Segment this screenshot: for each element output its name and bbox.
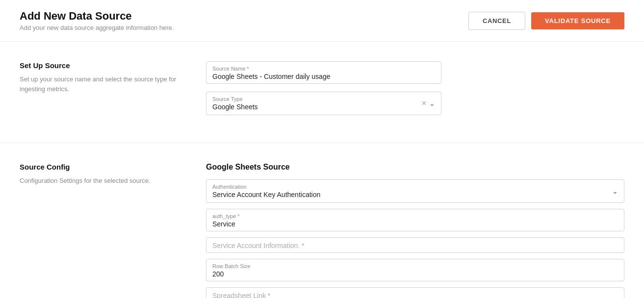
cancel-button[interactable]: CANCEL (468, 12, 525, 30)
authentication-label: Authentication (212, 184, 612, 190)
row-batch-size-input[interactable] (212, 270, 618, 278)
authentication-value: Service Account Key Authentication (212, 191, 612, 199)
source-type-group: Source Type Google Sheets × ⌄ (206, 92, 441, 115)
source-config-description: Configuration Settings for the selected … (20, 176, 186, 186)
spreadsheet-link-field-wrapper (206, 287, 624, 298)
source-type-label: Source Type (212, 96, 422, 102)
authentication-field-wrapper[interactable]: Authentication Service Account Key Authe… (206, 179, 624, 203)
page-header: Add New Data Source Add your new data so… (0, 0, 644, 42)
source-type-field-wrapper[interactable]: Source Type Google Sheets × ⌄ (206, 92, 441, 115)
clear-icon[interactable]: × (422, 99, 426, 107)
page-subtitle: Add your new data source aggregate infor… (20, 24, 174, 31)
setup-source-right: Source Name * Source Type Google Sheets … (206, 61, 441, 123)
source-type-value: Google Sheets (212, 103, 422, 111)
source-name-field-wrapper: Source Name * (206, 61, 441, 84)
authentication-select-inner: Authentication Service Account Key Authe… (212, 184, 612, 199)
source-name-label: Source Name * (212, 66, 435, 72)
source-name-input[interactable] (212, 73, 435, 80)
row-batch-size-label: Row Batch Size (212, 263, 618, 269)
source-config-left: Source Config Configuration Settings for… (20, 163, 206, 298)
chevron-down-icon[interactable]: ⌄ (429, 100, 435, 107)
spreadsheet-link-input[interactable] (212, 292, 618, 298)
header-title-area: Add New Data Source Add your new data so… (20, 10, 174, 31)
service-account-field-wrapper (206, 237, 624, 253)
source-type-select-content: Source Type Google Sheets (212, 96, 422, 111)
source-config-heading: Source Config (20, 163, 186, 171)
row-batch-size-field-wrapper: Row Batch Size (206, 259, 624, 281)
source-type-icons: × ⌄ (422, 99, 435, 107)
google-sheets-title: Google Sheets Source (206, 163, 624, 172)
setup-source-description: Set up your source name and select the s… (20, 74, 186, 94)
auth-type-label: auth_type * (212, 213, 618, 219)
auth-type-field-wrapper: auth_type * (206, 209, 624, 231)
setup-source-left: Set Up Source Set up your source name an… (20, 61, 206, 123)
auth-type-input[interactable] (212, 220, 618, 228)
service-account-input[interactable] (212, 242, 618, 249)
authentication-chevron-icon: ⌄ (612, 187, 618, 195)
setup-source-section: Set Up Source Set up your source name an… (0, 42, 644, 143)
source-config-right: Google Sheets Source Authentication Serv… (206, 163, 624, 298)
setup-source-heading: Set Up Source (20, 61, 186, 70)
source-name-group: Source Name * (206, 61, 441, 84)
page-title: Add New Data Source (20, 10, 174, 23)
validate-source-button[interactable]: VALIDATE SOURCE (531, 12, 624, 29)
header-actions: CANCEL VALIDATE SOURCE (468, 12, 624, 30)
source-config-section: Source Config Configuration Settings for… (0, 143, 644, 298)
